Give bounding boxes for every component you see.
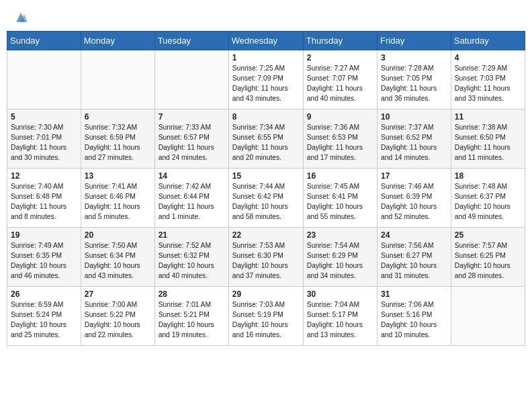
day-header-saturday: Saturday xyxy=(451,32,525,50)
day-info: Sunrise: 7:49 AM Sunset: 6:35 PM Dayligh… xyxy=(11,241,77,281)
calendar-cell: 31Sunrise: 7:06 AM Sunset: 5:16 PM Dayli… xyxy=(378,287,451,346)
calendar-cell: 28Sunrise: 7:01 AM Sunset: 5:21 PM Dayli… xyxy=(154,287,228,346)
calendar-header-row: SundayMondayTuesdayWednesdayThursdayFrid… xyxy=(7,32,525,50)
day-info: Sunrise: 7:01 AM Sunset: 5:21 PM Dayligh… xyxy=(159,300,225,340)
day-header-sunday: Sunday xyxy=(7,32,81,50)
day-header-monday: Monday xyxy=(81,32,154,50)
day-info: Sunrise: 7:38 AM Sunset: 6:50 PM Dayligh… xyxy=(455,123,521,163)
calendar-cell: 26Sunrise: 6:59 AM Sunset: 5:24 PM Dayli… xyxy=(7,287,81,346)
header xyxy=(7,7,525,27)
calendar-cell xyxy=(81,50,154,109)
day-number: 28 xyxy=(159,289,225,299)
day-number: 1 xyxy=(232,53,300,62)
calendar-cell: 10Sunrise: 7:37 AM Sunset: 6:52 PM Dayli… xyxy=(378,109,451,169)
day-info: Sunrise: 7:34 AM Sunset: 6:55 PM Dayligh… xyxy=(232,123,300,163)
day-number: 26 xyxy=(11,289,77,299)
calendar-cell: 25Sunrise: 7:57 AM Sunset: 6:25 PM Dayli… xyxy=(451,228,525,287)
calendar-cell: 23Sunrise: 7:54 AM Sunset: 6:29 PM Dayli… xyxy=(303,228,377,287)
calendar: SundayMondayTuesdayWednesdayThursdayFrid… xyxy=(7,31,525,346)
day-info: Sunrise: 7:50 AM Sunset: 6:34 PM Dayligh… xyxy=(85,241,151,281)
day-info: Sunrise: 7:04 AM Sunset: 5:17 PM Dayligh… xyxy=(307,300,373,340)
day-info: Sunrise: 7:29 AM Sunset: 7:03 PM Dayligh… xyxy=(455,64,521,104)
day-number: 27 xyxy=(85,289,151,299)
day-header-wednesday: Wednesday xyxy=(228,32,303,50)
day-number: 9 xyxy=(307,112,373,122)
day-info: Sunrise: 7:06 AM Sunset: 5:16 PM Dayligh… xyxy=(381,300,447,340)
day-number: 14 xyxy=(159,171,225,181)
day-info: Sunrise: 7:45 AM Sunset: 6:41 PM Dayligh… xyxy=(307,182,373,222)
day-header-friday: Friday xyxy=(378,32,451,50)
calendar-cell: 14Sunrise: 7:42 AM Sunset: 6:44 PM Dayli… xyxy=(154,169,228,228)
day-number: 24 xyxy=(381,230,447,240)
calendar-cell: 20Sunrise: 7:50 AM Sunset: 6:34 PM Dayli… xyxy=(81,228,154,287)
calendar-cell: 3Sunrise: 7:28 AM Sunset: 7:05 PM Daylig… xyxy=(378,50,451,109)
calendar-cell xyxy=(7,50,81,109)
calendar-cell: 22Sunrise: 7:53 AM Sunset: 6:30 PM Dayli… xyxy=(228,228,303,287)
day-info: Sunrise: 7:32 AM Sunset: 6:59 PM Dayligh… xyxy=(85,123,151,163)
calendar-cell: 1Sunrise: 7:25 AM Sunset: 7:09 PM Daylig… xyxy=(228,50,303,109)
day-number: 19 xyxy=(11,230,77,240)
day-number: 21 xyxy=(159,230,225,240)
calendar-cell: 7Sunrise: 7:33 AM Sunset: 6:57 PM Daylig… xyxy=(154,109,228,169)
day-number: 17 xyxy=(381,171,447,181)
day-number: 5 xyxy=(11,112,77,122)
calendar-cell: 21Sunrise: 7:52 AM Sunset: 6:32 PM Dayli… xyxy=(154,228,228,287)
day-info: Sunrise: 7:44 AM Sunset: 6:42 PM Dayligh… xyxy=(232,182,300,222)
day-number: 10 xyxy=(381,112,447,122)
calendar-cell: 6Sunrise: 7:32 AM Sunset: 6:59 PM Daylig… xyxy=(81,109,154,169)
day-number: 11 xyxy=(455,112,521,122)
day-number: 6 xyxy=(85,112,151,122)
calendar-cell: 16Sunrise: 7:45 AM Sunset: 6:41 PM Dayli… xyxy=(303,169,377,228)
calendar-cell: 2Sunrise: 7:27 AM Sunset: 7:07 PM Daylig… xyxy=(303,50,377,109)
calendar-week-row: 26Sunrise: 6:59 AM Sunset: 5:24 PM Dayli… xyxy=(7,287,525,346)
calendar-cell: 17Sunrise: 7:46 AM Sunset: 6:39 PM Dayli… xyxy=(378,169,451,228)
calendar-cell: 27Sunrise: 7:00 AM Sunset: 5:22 PM Dayli… xyxy=(81,287,154,346)
calendar-cell: 19Sunrise: 7:49 AM Sunset: 6:35 PM Dayli… xyxy=(7,228,81,287)
day-number: 2 xyxy=(307,53,373,62)
day-info: Sunrise: 7:40 AM Sunset: 6:48 PM Dayligh… xyxy=(11,182,77,222)
logo xyxy=(13,12,28,24)
calendar-cell: 4Sunrise: 7:29 AM Sunset: 7:03 PM Daylig… xyxy=(451,50,525,109)
day-number: 7 xyxy=(159,112,225,122)
day-info: Sunrise: 7:36 AM Sunset: 6:53 PM Dayligh… xyxy=(307,123,373,163)
logo-icon xyxy=(14,11,28,24)
day-info: Sunrise: 7:57 AM Sunset: 6:25 PM Dayligh… xyxy=(455,241,521,281)
day-info: Sunrise: 7:37 AM Sunset: 6:52 PM Dayligh… xyxy=(381,123,447,163)
day-info: Sunrise: 7:30 AM Sunset: 7:01 PM Dayligh… xyxy=(11,123,77,163)
day-info: Sunrise: 6:59 AM Sunset: 5:24 PM Dayligh… xyxy=(11,300,77,340)
day-info: Sunrise: 7:00 AM Sunset: 5:22 PM Dayligh… xyxy=(85,300,151,340)
day-number: 25 xyxy=(455,230,521,240)
calendar-cell: 29Sunrise: 7:03 AM Sunset: 5:19 PM Dayli… xyxy=(228,287,303,346)
day-number: 13 xyxy=(85,171,151,181)
calendar-cell: 12Sunrise: 7:40 AM Sunset: 6:48 PM Dayli… xyxy=(7,169,81,228)
day-info: Sunrise: 7:41 AM Sunset: 6:46 PM Dayligh… xyxy=(85,182,151,222)
day-info: Sunrise: 7:42 AM Sunset: 6:44 PM Dayligh… xyxy=(159,182,225,222)
day-number: 22 xyxy=(232,230,300,240)
calendar-cell: 18Sunrise: 7:48 AM Sunset: 6:37 PM Dayli… xyxy=(451,169,525,228)
day-number: 4 xyxy=(455,53,521,62)
calendar-cell xyxy=(154,50,228,109)
calendar-cell: 13Sunrise: 7:41 AM Sunset: 6:46 PM Dayli… xyxy=(81,169,154,228)
day-info: Sunrise: 7:03 AM Sunset: 5:19 PM Dayligh… xyxy=(232,300,300,340)
day-number: 30 xyxy=(307,289,373,299)
day-info: Sunrise: 7:46 AM Sunset: 6:39 PM Dayligh… xyxy=(381,182,447,222)
day-number: 16 xyxy=(307,171,373,181)
calendar-cell: 9Sunrise: 7:36 AM Sunset: 6:53 PM Daylig… xyxy=(303,109,377,169)
day-info: Sunrise: 7:33 AM Sunset: 6:57 PM Dayligh… xyxy=(159,123,225,163)
calendar-cell xyxy=(451,287,525,346)
day-info: Sunrise: 7:48 AM Sunset: 6:37 PM Dayligh… xyxy=(455,182,521,222)
day-number: 3 xyxy=(381,53,447,62)
day-info: Sunrise: 7:54 AM Sunset: 6:29 PM Dayligh… xyxy=(307,241,373,281)
day-info: Sunrise: 7:28 AM Sunset: 7:05 PM Dayligh… xyxy=(381,64,447,104)
day-number: 23 xyxy=(307,230,373,240)
calendar-week-row: 12Sunrise: 7:40 AM Sunset: 6:48 PM Dayli… xyxy=(7,169,525,228)
calendar-cell: 11Sunrise: 7:38 AM Sunset: 6:50 PM Dayli… xyxy=(451,109,525,169)
day-number: 15 xyxy=(232,171,300,181)
calendar-cell: 30Sunrise: 7:04 AM Sunset: 5:17 PM Dayli… xyxy=(303,287,377,346)
day-number: 8 xyxy=(232,112,300,122)
day-number: 12 xyxy=(11,171,77,181)
calendar-cell: 8Sunrise: 7:34 AM Sunset: 6:55 PM Daylig… xyxy=(228,109,303,169)
calendar-cell: 24Sunrise: 7:56 AM Sunset: 6:27 PM Dayli… xyxy=(378,228,451,287)
calendar-week-row: 19Sunrise: 7:49 AM Sunset: 6:35 PM Dayli… xyxy=(7,228,525,287)
day-info: Sunrise: 7:52 AM Sunset: 6:32 PM Dayligh… xyxy=(159,241,225,281)
